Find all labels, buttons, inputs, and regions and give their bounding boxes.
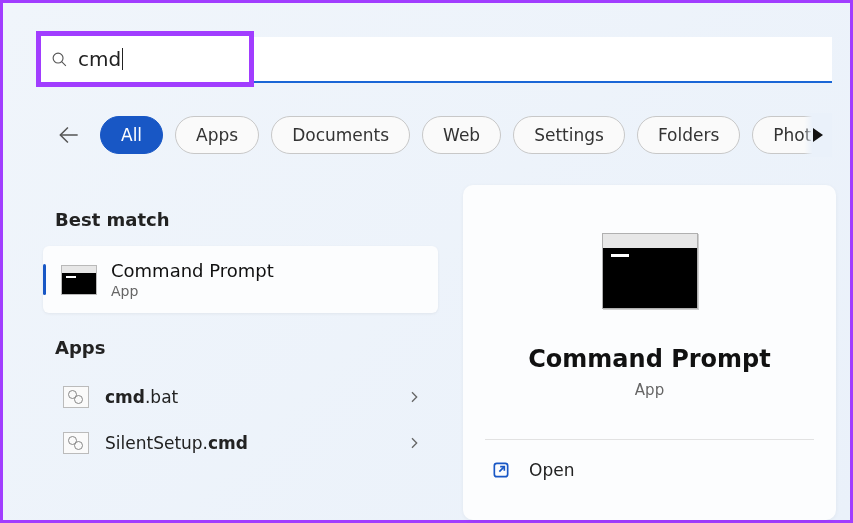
chevron-right-icon (406, 435, 422, 451)
app-result-name: SilentSetup.cmd (105, 433, 406, 453)
detail-pane: Command Prompt App Open (463, 185, 836, 520)
text-caret (122, 48, 123, 70)
best-match-text: Command Prompt App (111, 260, 274, 299)
svg-marker-3 (813, 128, 823, 142)
batch-file-icon (63, 386, 89, 408)
detail-subtitle: App (635, 381, 664, 399)
best-match-title: Command Prompt (111, 260, 274, 281)
detail-title: Command Prompt (528, 345, 771, 373)
back-arrow-icon[interactable] (56, 122, 82, 148)
filter-chip-apps[interactable]: Apps (175, 116, 259, 154)
app-result-row[interactable]: cmd.bat (43, 374, 438, 420)
app-result-name: cmd.bat (105, 387, 406, 407)
command-prompt-large-icon (602, 233, 698, 309)
command-prompt-icon (61, 265, 97, 295)
filter-chip-documents[interactable]: Documents (271, 116, 410, 154)
filter-chip-scroll: All Apps Documents Web Settings Folders … (100, 116, 832, 154)
svg-point-0 (53, 53, 63, 63)
search-query-text: cmd (78, 47, 121, 71)
apps-heading: Apps (55, 337, 438, 358)
search-input-wrapper[interactable]: cmd (36, 31, 254, 87)
batch-file-icon (63, 432, 89, 454)
play-right-icon (811, 127, 825, 143)
best-match-subtitle: App (111, 283, 274, 299)
windows-search-panel: cmd All Apps Documents Web Settings Fold… (0, 0, 853, 523)
filter-chip-all[interactable]: All (100, 116, 163, 154)
results-pane: Best match Command Prompt App Apps cmd.b… (43, 185, 438, 520)
filter-chip-folders[interactable]: Folders (637, 116, 740, 154)
search-icon (51, 51, 68, 68)
open-action[interactable]: Open (463, 440, 836, 500)
filter-chip-row: All Apps Documents Web Settings Folders … (56, 116, 832, 154)
app-result-row[interactable]: SilentSetup.cmd (43, 420, 438, 466)
chevron-right-icon (406, 389, 422, 405)
best-match-heading: Best match (55, 209, 438, 230)
filter-chip-settings[interactable]: Settings (513, 116, 625, 154)
svg-line-1 (62, 61, 66, 65)
filter-chip-web[interactable]: Web (422, 116, 501, 154)
scroll-filters-right[interactable] (804, 113, 832, 157)
open-external-icon (491, 460, 511, 480)
best-match-result[interactable]: Command Prompt App (43, 246, 438, 313)
open-action-label: Open (529, 460, 574, 480)
apps-list: cmd.bat SilentSetup.cmd (43, 374, 438, 466)
